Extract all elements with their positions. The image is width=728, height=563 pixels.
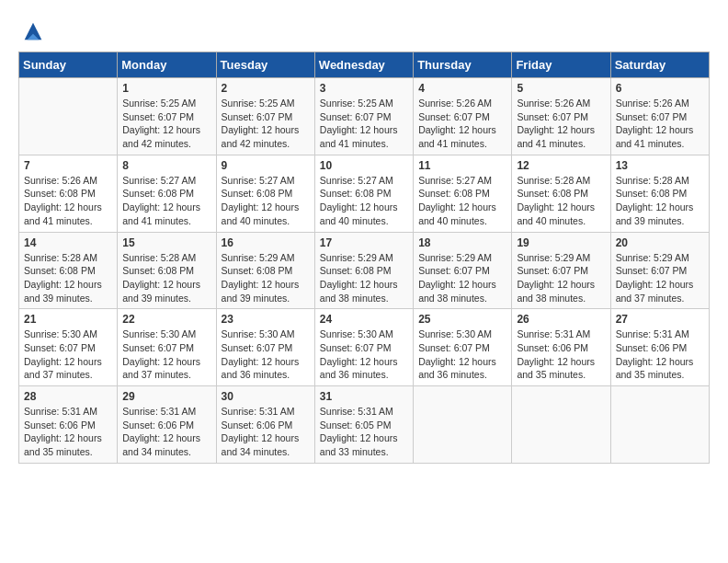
logo-icon [20, 18, 46, 44]
calendar-cell: 23Sunrise: 5:30 AM Sunset: 6:07 PM Dayli… [216, 309, 314, 386]
weekday-header-monday: Monday [118, 52, 216, 78]
day-number: 23 [222, 313, 310, 326]
day-number: 4 [418, 82, 506, 95]
day-info: Sunrise: 5:30 AM Sunset: 6:07 PM Dayligh… [122, 327, 210, 382]
calendar-cell: 29Sunrise: 5:31 AM Sunset: 6:06 PM Dayli… [118, 386, 216, 464]
calendar-cell: 2Sunrise: 5:25 AM Sunset: 6:07 PM Daylig… [216, 78, 314, 155]
calendar-cell: 22Sunrise: 5:30 AM Sunset: 6:07 PM Dayli… [118, 309, 216, 386]
day-info: Sunrise: 5:30 AM Sunset: 6:07 PM Dayligh… [418, 327, 506, 382]
day-number: 26 [517, 313, 605, 326]
weekday-header-sunday: Sunday [19, 52, 118, 78]
day-number: 31 [320, 390, 408, 403]
day-info: Sunrise: 5:31 AM Sunset: 6:06 PM Dayligh… [517, 327, 605, 382]
calendar-cell: 11Sunrise: 5:27 AM Sunset: 6:08 PM Dayli… [414, 155, 512, 232]
day-info: Sunrise: 5:30 AM Sunset: 6:07 PM Dayligh… [320, 327, 408, 382]
calendar-week-row: 1Sunrise: 5:25 AM Sunset: 6:07 PM Daylig… [19, 78, 710, 155]
day-info: Sunrise: 5:26 AM Sunset: 6:07 PM Dayligh… [418, 97, 506, 151]
calendar-cell: 21Sunrise: 5:30 AM Sunset: 6:07 PM Dayli… [19, 309, 118, 386]
calendar-week-row: 28Sunrise: 5:31 AM Sunset: 6:06 PM Dayli… [19, 386, 710, 464]
weekday-header-saturday: Saturday [610, 52, 709, 78]
day-info: Sunrise: 5:25 AM Sunset: 6:07 PM Dayligh… [222, 97, 310, 151]
calendar-cell [512, 386, 610, 464]
day-number: 25 [418, 313, 506, 326]
day-info: Sunrise: 5:29 AM Sunset: 6:07 PM Dayligh… [616, 251, 704, 305]
calendar-cell: 5Sunrise: 5:26 AM Sunset: 6:07 PM Daylig… [512, 78, 610, 155]
calendar-cell: 8Sunrise: 5:27 AM Sunset: 6:08 PM Daylig… [118, 155, 216, 232]
calendar-cell: 27Sunrise: 5:31 AM Sunset: 6:06 PM Dayli… [610, 309, 709, 386]
day-number: 5 [517, 82, 605, 95]
day-info: Sunrise: 5:31 AM Sunset: 6:06 PM Dayligh… [122, 405, 210, 459]
calendar-cell: 3Sunrise: 5:25 AM Sunset: 6:07 PM Daylig… [314, 78, 413, 155]
day-info: Sunrise: 5:27 AM Sunset: 6:08 PM Dayligh… [418, 174, 506, 228]
calendar-cell: 15Sunrise: 5:28 AM Sunset: 6:08 PM Dayli… [118, 232, 216, 309]
day-info: Sunrise: 5:26 AM Sunset: 6:07 PM Dayligh… [616, 97, 704, 151]
calendar-cell: 4Sunrise: 5:26 AM Sunset: 6:07 PM Daylig… [414, 78, 512, 155]
calendar-cell: 17Sunrise: 5:29 AM Sunset: 6:08 PM Dayli… [314, 232, 413, 309]
day-info: Sunrise: 5:29 AM Sunset: 6:07 PM Dayligh… [517, 251, 605, 305]
calendar-cell: 9Sunrise: 5:27 AM Sunset: 6:08 PM Daylig… [216, 155, 314, 232]
day-number: 10 [320, 159, 408, 172]
calendar-cell [414, 386, 512, 464]
day-info: Sunrise: 5:31 AM Sunset: 6:06 PM Dayligh… [616, 327, 704, 382]
calendar-cell: 14Sunrise: 5:28 AM Sunset: 6:08 PM Dayli… [19, 232, 118, 309]
day-info: Sunrise: 5:30 AM Sunset: 6:07 PM Dayligh… [222, 327, 310, 382]
day-number: 11 [418, 159, 506, 172]
day-info: Sunrise: 5:29 AM Sunset: 6:07 PM Dayligh… [418, 251, 506, 305]
calendar-cell: 26Sunrise: 5:31 AM Sunset: 6:06 PM Dayli… [512, 309, 610, 386]
day-number: 6 [616, 82, 704, 95]
day-info: Sunrise: 5:31 AM Sunset: 6:06 PM Dayligh… [24, 405, 112, 459]
day-info: Sunrise: 5:28 AM Sunset: 6:08 PM Dayligh… [517, 174, 605, 228]
day-number: 9 [222, 159, 310, 172]
day-info: Sunrise: 5:31 AM Sunset: 6:06 PM Dayligh… [222, 405, 310, 459]
day-number: 17 [320, 236, 408, 249]
calendar-cell: 7Sunrise: 5:26 AM Sunset: 6:08 PM Daylig… [19, 155, 118, 232]
weekday-header-tuesday: Tuesday [216, 52, 314, 78]
calendar-cell: 16Sunrise: 5:29 AM Sunset: 6:08 PM Dayli… [216, 232, 314, 309]
day-info: Sunrise: 5:25 AM Sunset: 6:07 PM Dayligh… [122, 97, 210, 151]
weekday-header-wednesday: Wednesday [314, 52, 413, 78]
calendar-cell: 25Sunrise: 5:30 AM Sunset: 6:07 PM Dayli… [414, 309, 512, 386]
day-number: 30 [222, 390, 310, 403]
day-number: 18 [418, 236, 506, 249]
day-number: 27 [616, 313, 704, 326]
weekday-header-friday: Friday [512, 52, 610, 78]
calendar-cell: 28Sunrise: 5:31 AM Sunset: 6:06 PM Dayli… [19, 386, 118, 464]
day-info: Sunrise: 5:29 AM Sunset: 6:08 PM Dayligh… [222, 251, 310, 305]
calendar-week-row: 14Sunrise: 5:28 AM Sunset: 6:08 PM Dayli… [19, 232, 710, 309]
day-number: 12 [517, 159, 605, 172]
calendar-cell: 10Sunrise: 5:27 AM Sunset: 6:08 PM Dayli… [314, 155, 413, 232]
day-number: 8 [122, 159, 210, 172]
day-info: Sunrise: 5:28 AM Sunset: 6:08 PM Dayligh… [24, 251, 112, 305]
calendar-week-row: 21Sunrise: 5:30 AM Sunset: 6:07 PM Dayli… [19, 309, 710, 386]
day-number: 16 [222, 236, 310, 249]
day-number: 22 [122, 313, 210, 326]
day-number: 20 [616, 236, 704, 249]
day-number: 24 [320, 313, 408, 326]
calendar-cell: 19Sunrise: 5:29 AM Sunset: 6:07 PM Dayli… [512, 232, 610, 309]
calendar-cell: 13Sunrise: 5:28 AM Sunset: 6:08 PM Dayli… [610, 155, 709, 232]
day-info: Sunrise: 5:26 AM Sunset: 6:08 PM Dayligh… [24, 174, 112, 228]
day-number: 21 [24, 313, 112, 326]
calendar-cell: 18Sunrise: 5:29 AM Sunset: 6:07 PM Dayli… [414, 232, 512, 309]
day-number: 15 [122, 236, 210, 249]
calendar-cell [19, 78, 118, 155]
calendar-cell: 24Sunrise: 5:30 AM Sunset: 6:07 PM Dayli… [314, 309, 413, 386]
day-number: 2 [222, 82, 310, 95]
day-info: Sunrise: 5:28 AM Sunset: 6:08 PM Dayligh… [122, 251, 210, 305]
calendar-cell: 12Sunrise: 5:28 AM Sunset: 6:08 PM Dayli… [512, 155, 610, 232]
calendar-table: SundayMondayTuesdayWednesdayThursdayFrid… [18, 52, 710, 464]
weekday-header-thursday: Thursday [414, 52, 512, 78]
page-header [18, 18, 710, 44]
day-info: Sunrise: 5:26 AM Sunset: 6:07 PM Dayligh… [517, 97, 605, 151]
logo [18, 18, 46, 44]
calendar-week-row: 7Sunrise: 5:26 AM Sunset: 6:08 PM Daylig… [19, 155, 710, 232]
calendar-cell: 20Sunrise: 5:29 AM Sunset: 6:07 PM Dayli… [610, 232, 709, 309]
calendar-cell: 31Sunrise: 5:31 AM Sunset: 6:05 PM Dayli… [314, 386, 413, 464]
day-number: 19 [517, 236, 605, 249]
day-number: 3 [320, 82, 408, 95]
day-number: 7 [24, 159, 112, 172]
calendar-cell: 1Sunrise: 5:25 AM Sunset: 6:07 PM Daylig… [118, 78, 216, 155]
day-info: Sunrise: 5:27 AM Sunset: 6:08 PM Dayligh… [320, 174, 408, 228]
day-info: Sunrise: 5:28 AM Sunset: 6:08 PM Dayligh… [616, 174, 704, 228]
calendar-cell: 30Sunrise: 5:31 AM Sunset: 6:06 PM Dayli… [216, 386, 314, 464]
